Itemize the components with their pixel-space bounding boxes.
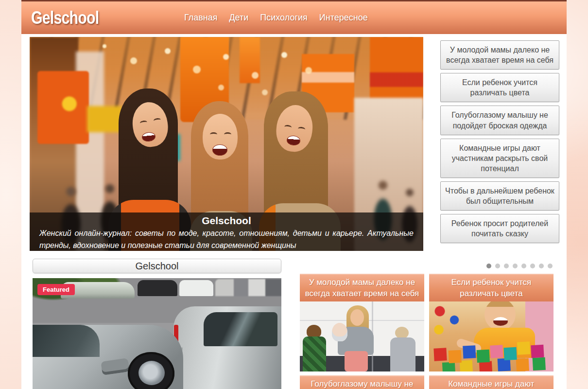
card-art-boy-shirt: [303, 336, 326, 371]
card-art-mother-pants: [345, 351, 368, 371]
sidebar-item-team-games[interactable]: Командные игры дают участникам раскрыть …: [440, 139, 559, 178]
sidebar: У молодой мамы далеко не всегда хватает …: [440, 37, 559, 251]
featured-art-parked-white-car: [179, 280, 213, 296]
card-art-mother-face: [350, 309, 364, 326]
sidebar-item-colors[interactable]: Если ребенок учится различать цвета: [440, 73, 559, 102]
card-art-baby: [332, 323, 347, 341]
top-row: Gelschool Женский онлайн-журнал: советы …: [30, 37, 559, 251]
article-card-colors[interactable]: Если ребенок учится различать цвета: [429, 274, 553, 371]
hero-woman-middle-eye: [210, 132, 217, 137]
hero-art-right-sign: [370, 37, 423, 100]
card-art-boy-hair: [307, 325, 321, 338]
article-card-title: Если ребенок учится различать цвета: [429, 274, 553, 301]
pagination-dot[interactable]: [530, 264, 535, 268]
left-column: Gelschool Featured: [33, 259, 281, 389]
site-logo[interactable]: Gelschool: [31, 8, 99, 28]
featured-art-left-car-windshield: [33, 325, 100, 357]
page-container: Gelschool Главная Дети Психология Интере…: [21, 0, 567, 389]
pagination-dot[interactable]: [548, 264, 553, 268]
pagination-dot[interactable]: [495, 264, 500, 268]
pagination-dot[interactable]: [504, 264, 509, 268]
article-card-title: Командные игры дают участникам раскрыть …: [429, 375, 553, 389]
featured-badge: Featured: [37, 284, 75, 295]
sidebar-item-fairytale[interactable]: Ребенок просит родителей почитать сказку: [440, 214, 559, 243]
nav-item-psychology[interactable]: Психология: [260, 13, 308, 23]
article-card-young-mom[interactable]: У молодой мамы далеко не всегда хватает …: [300, 274, 424, 371]
bottom-row: Gelschool Featured: [30, 259, 559, 389]
hero-art-orange-banner-small: [240, 37, 260, 83]
hero-woman-middle-smile: [212, 144, 227, 156]
hero-art-ceiling-lights: [103, 44, 106, 48]
featured-art-parked-cars-row: [215, 279, 281, 296]
featured-art-wheel-rim: [138, 361, 165, 385]
nav-item-children[interactable]: Дети: [229, 13, 248, 23]
article-card-blue-eyed[interactable]: Голубоглазому малышу не подойдет броская…: [300, 375, 424, 389]
card-art-toddler-body: [390, 337, 415, 371]
nav-item-home[interactable]: Главная: [184, 13, 218, 23]
article-card-image-mother: [300, 301, 424, 371]
card-art-child-shirt: [474, 328, 535, 358]
pagination-dot[interactable]: [513, 264, 518, 268]
content-area: Gelschool Женский онлайн-журнал: советы …: [21, 34, 567, 389]
article-card-title: У молодой мамы далеко не всегда хватает …: [300, 274, 424, 301]
hero-banner: Gelschool Женский онлайн-журнал: советы …: [30, 37, 423, 251]
right-column: У молодой мамы далеко не всегда хватает …: [300, 259, 553, 389]
article-card-image-blocks: [429, 301, 553, 371]
hero-caption: Gelschool Женский онлайн-журнал: советы …: [30, 212, 423, 251]
hero-art-yellow-sign: [87, 106, 122, 132]
hero-art-left-sign: [37, 71, 89, 144]
sidebar-item-young-mom[interactable]: У молодой мамы далеко не всегда хватает …: [440, 40, 559, 70]
article-card-title: Голубоглазому малышу не подойдет броская…: [300, 375, 424, 389]
article-card-team-games[interactable]: Командные игры дают участникам раскрыть …: [429, 375, 553, 389]
site-header: Gelschool Главная Дети Психология Интере…: [21, 0, 567, 34]
pagination-dot[interactable]: [521, 264, 526, 268]
hero-title: Gelschool: [39, 215, 414, 227]
featured-art-parked-black-car: [138, 280, 177, 296]
nav-item-interesting[interactable]: Интересное: [319, 13, 368, 23]
pagination-dot[interactable]: [539, 264, 544, 268]
featured-article-image[interactable]: Featured: [33, 278, 281, 389]
sidebar-item-sociable[interactable]: Чтобы в дальнейшем ребенок был общительн…: [440, 181, 559, 211]
card-art-colorful-blocks: [433, 348, 447, 361]
pagination-dot-active[interactable]: [486, 264, 491, 268]
section-heading: Gelschool: [33, 259, 281, 273]
hero-description: Женский онлайн-журнал: советы по моде, к…: [39, 228, 414, 251]
sidebar-item-blue-eyed[interactable]: Голубоглазому малышу не подойдет броская…: [440, 106, 559, 135]
featured-art-right-car-window: [204, 312, 277, 346]
article-cards-grid: У молодой мамы далеко не всегда хватает …: [300, 274, 553, 389]
hero-woman-middle-eye: [224, 132, 231, 137]
main-nav: Главная Дети Психология Интересное: [184, 13, 368, 23]
carousel-pagination: [300, 264, 553, 268]
